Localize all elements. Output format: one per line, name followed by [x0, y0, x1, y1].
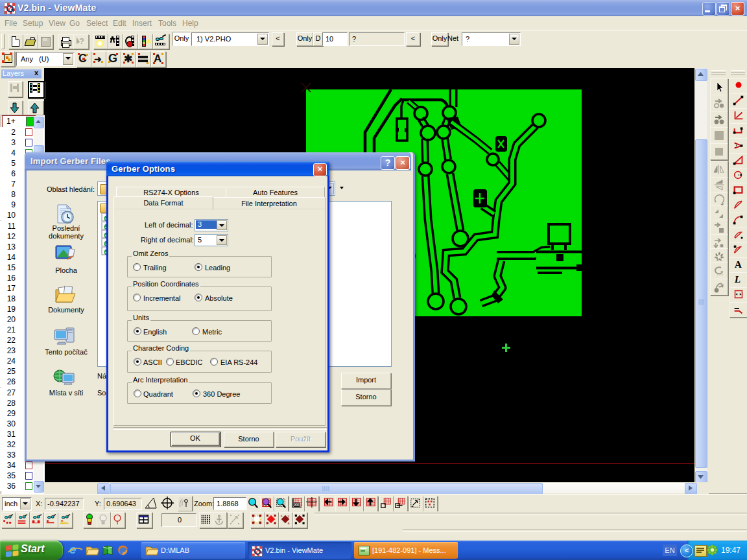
svg-text:A: A	[735, 259, 742, 270]
svg-text:a: a	[288, 521, 290, 525]
svg-text:y: y	[288, 514, 290, 518]
svg-text:s: s	[281, 514, 283, 518]
svg-text:L: L	[734, 274, 741, 285]
